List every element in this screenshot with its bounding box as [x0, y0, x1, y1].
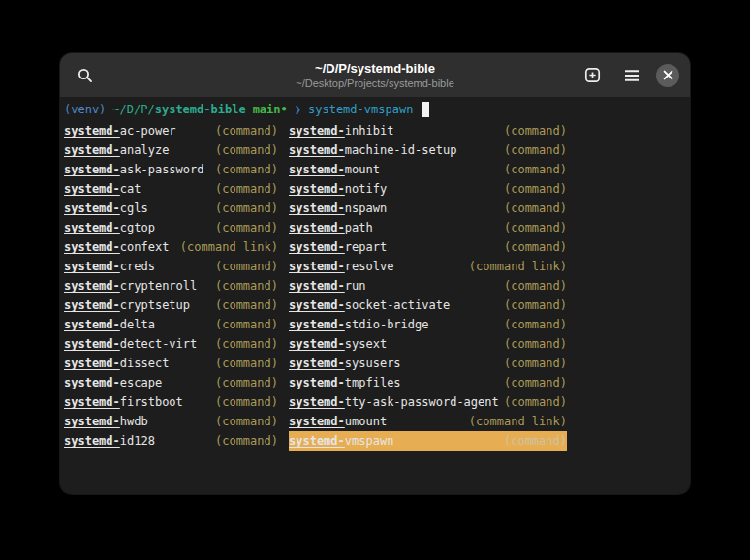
completion-item-systemd-delta: systemd-delta(command)	[64, 315, 278, 334]
completion-item-systemd-escape: systemd-escape(command)	[64, 373, 278, 392]
completion-item-systemd-ac-power: systemd-ac-power(command)	[64, 121, 278, 140]
terminal-cursor	[422, 102, 429, 117]
completion-item-systemd-mount: systemd-mount(command)	[289, 160, 567, 179]
menu-button[interactable]	[616, 60, 647, 91]
terminal-screen[interactable]: (venv)~/D/P/systemd-biblemain•❯systemd-v…	[60, 97, 690, 494]
completion-item-systemd-detect-virt: systemd-detect-virt(command)	[64, 334, 278, 354]
completion-item-systemd-nspawn: systemd-nspawn(command)	[289, 199, 567, 218]
prompt-arrow: ❯	[295, 100, 301, 119]
completion-item-systemd-cryptsetup: systemd-cryptsetup(command)	[64, 296, 278, 315]
completion-item-systemd-run: systemd-run(command)	[289, 276, 567, 296]
completion-column-right: systemd-inhibit(command)systemd-machine-…	[289, 121, 567, 451]
new-tab-icon	[584, 67, 601, 83]
completion-item-systemd-notify: systemd-notify(command)	[289, 179, 567, 199]
completion-item-systemd-vmspawn: systemd-vmspawn(command)	[289, 431, 567, 451]
completion-item-systemd-confext: systemd-confext(command link)	[64, 237, 278, 257]
window-subtitle: ~/Desktop/Projects/systemd-bible	[296, 77, 454, 90]
window-title: ~/D/P/systemd-bible	[296, 61, 454, 77]
completion-item-systemd-umount: systemd-umount(command link)	[289, 412, 567, 431]
completion-item-systemd-cat: systemd-cat(command)	[64, 179, 278, 199]
headerbar-controls	[577, 60, 679, 91]
completion-item-systemd-dissect: systemd-dissect(command)	[64, 354, 278, 373]
cwd-path: ~/D/P/systemd-bible	[112, 100, 245, 119]
completion-item-systemd-hwdb: systemd-hwdb(command)	[64, 412, 278, 431]
completion-item-systemd-path: systemd-path(command)	[289, 218, 567, 237]
completion-item-systemd-creds: systemd-creds(command)	[64, 257, 278, 276]
completion-item-systemd-ask-password: systemd-ask-password(command)	[64, 160, 278, 179]
completion-item-systemd-resolve: systemd-resolve(command link)	[289, 257, 567, 276]
git-branch: main•	[253, 100, 288, 119]
completion-item-systemd-cryptenroll: systemd-cryptenroll(command)	[64, 276, 278, 296]
completion-item-systemd-id128: systemd-id128(command)	[64, 431, 278, 451]
completion-item-systemd-machine-id-setup: systemd-machine-id-setup(command)	[289, 140, 567, 160]
close-icon	[663, 70, 673, 80]
completion-item-systemd-tmpfiles: systemd-tmpfiles(command)	[289, 373, 567, 392]
headerbar: ~/D/P/systemd-bible ~/Desktop/Projects/s…	[60, 53, 690, 97]
venv-indicator: (venv)	[64, 100, 106, 119]
search-button[interactable]	[70, 60, 101, 91]
close-button[interactable]	[656, 64, 679, 87]
completion-item-systemd-tty-ask-password-agent: systemd-tty-ask-password-agent(command)	[289, 392, 567, 412]
terminal-window: ~/D/P/systemd-bible ~/Desktop/Projects/s…	[60, 53, 690, 494]
new-tab-button[interactable]	[577, 60, 608, 91]
cwd-path-prefix: ~/D/P/	[112, 103, 154, 116]
completion-grid: systemd-ac-power(command)systemd-analyze…	[64, 121, 686, 451]
completion-item-systemd-socket-activate: systemd-socket-activate(command)	[289, 296, 567, 315]
completion-item-systemd-cgtop: systemd-cgtop(command)	[64, 218, 278, 237]
search-icon	[78, 68, 93, 83]
completion-column-left: systemd-ac-power(command)systemd-analyze…	[64, 121, 278, 451]
hamburger-menu-icon	[624, 69, 640, 82]
completion-item-systemd-sysext: systemd-sysext(command)	[289, 334, 567, 354]
completion-item-systemd-repart: systemd-repart(command)	[289, 237, 567, 257]
completion-item-systemd-stdio-bridge: systemd-stdio-bridge(command)	[289, 315, 567, 334]
typed-command: systemd-vmspawn	[308, 100, 413, 119]
completion-item-systemd-sysusers: systemd-sysusers(command)	[289, 354, 567, 373]
completion-item-systemd-inhibit: systemd-inhibit(command)	[289, 121, 567, 140]
prompt-line: (venv)~/D/P/systemd-biblemain•❯systemd-v…	[64, 100, 686, 119]
completion-item-systemd-firstboot: systemd-firstboot(command)	[64, 392, 278, 412]
completion-item-systemd-analyze: systemd-analyze(command)	[64, 140, 278, 160]
cwd-path-name: systemd-bible	[155, 103, 246, 116]
window-title-block: ~/D/P/systemd-bible ~/Desktop/Projects/s…	[296, 61, 454, 90]
completion-item-systemd-cgls: systemd-cgls(command)	[64, 199, 278, 218]
